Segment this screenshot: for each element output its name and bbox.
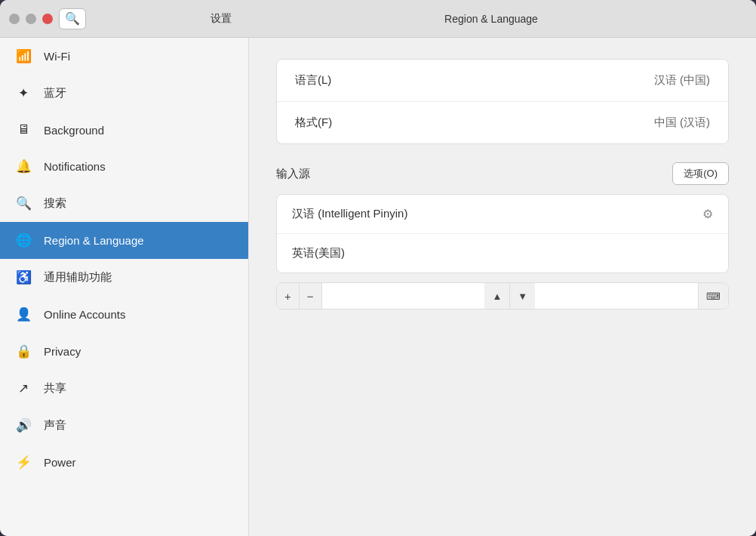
language-row[interactable]: 语言(L) 汉语 (中国) xyxy=(277,60,728,102)
input-source-row-english[interactable]: 英语(美国) xyxy=(277,234,728,273)
sidebar-item-notifications[interactable]: 🔔 Notifications xyxy=(0,148,248,185)
search-button[interactable]: 🔍 xyxy=(59,8,86,29)
background-icon: 🖥 xyxy=(15,122,32,137)
sidebar-item-accessibility[interactable]: ♿ 通用辅助功能 xyxy=(0,259,248,296)
sidebar-item-label: 搜索 xyxy=(44,196,66,211)
remove-input-source-button[interactable]: − xyxy=(300,283,322,309)
input-source-card: 汉语 (Intelligent Pinyin) ⚙ 英语(美国) xyxy=(276,194,729,273)
app-window: 🔍 设置 Region & Language 📶 Wi-Fi ✦ 蓝牙 🖥 Ba… xyxy=(0,0,756,536)
sidebar-item-bluetooth[interactable]: ✦ 蓝牙 xyxy=(0,75,248,112)
accessibility-icon: ♿ xyxy=(15,270,32,285)
sidebar-item-label: Notifications xyxy=(44,160,106,173)
power-icon: ⚡ xyxy=(15,454,32,470)
sidebar-item-region[interactable]: 🌐 Region & Language xyxy=(0,222,248,259)
sidebar-item-power[interactable]: ⚡ Power xyxy=(0,444,248,481)
sidebar-item-search[interactable]: 🔍 搜索 xyxy=(0,185,248,222)
options-button[interactable]: 选项(O) xyxy=(672,162,729,185)
format-value: 中国 (汉语) xyxy=(654,116,710,130)
input-source-title: 输入源 xyxy=(276,167,310,181)
sidebar-item-background[interactable]: 🖥 Background xyxy=(0,112,248,148)
sidebar-item-label: Power xyxy=(44,456,76,469)
move-up-button[interactable]: ▲ xyxy=(484,283,510,309)
sound-icon: 🔊 xyxy=(15,417,32,433)
sidebar-item-online-accounts[interactable]: 👤 Online Accounts xyxy=(0,296,248,333)
bluetooth-icon: ✦ xyxy=(15,85,32,101)
language-format-card: 语言(L) 汉语 (中国) 格式(F) 中国 (汉语) xyxy=(276,59,729,144)
add-input-source-button[interactable]: + xyxy=(277,283,300,309)
sidebar-item-wifi[interactable]: 📶 Wi-Fi xyxy=(0,38,248,75)
sidebar-item-label: 共享 xyxy=(44,381,66,396)
minimize-button[interactable] xyxy=(9,14,20,24)
search-icon: 🔍 xyxy=(65,11,80,26)
format-row[interactable]: 格式(F) 中国 (汉语) xyxy=(277,102,728,143)
sidebar-item-label: Wi-Fi xyxy=(44,50,70,63)
maximize-button[interactable] xyxy=(26,14,36,24)
sidebar: 📶 Wi-Fi ✦ 蓝牙 🖥 Background 🔔 Notification… xyxy=(0,38,249,536)
sidebar-item-label: Background xyxy=(44,124,104,137)
page-title: Region & Language xyxy=(356,13,626,25)
settings-main: 语言(L) 汉语 (中国) 格式(F) 中国 (汉语) 输入源 选项(O) 汉语… xyxy=(249,38,756,536)
titlebar: 🔍 设置 Region & Language xyxy=(0,0,756,38)
gear-icon[interactable]: ⚙ xyxy=(702,207,713,221)
search-nav-icon: 🔍 xyxy=(15,196,32,211)
window-title: 设置 xyxy=(86,12,356,26)
keyboard-icon: ⌨ xyxy=(706,291,721,302)
window-controls xyxy=(9,14,53,24)
close-button[interactable] xyxy=(42,14,53,24)
main-content: 📶 Wi-Fi ✦ 蓝牙 🖥 Background 🔔 Notification… xyxy=(0,38,756,536)
sidebar-item-sharing[interactable]: ↗ 共享 xyxy=(0,370,248,407)
language-value: 汉语 (中国) xyxy=(654,73,710,88)
sidebar-item-label: Online Accounts xyxy=(44,308,125,321)
input-source-name: 汉语 (Intelligent Pinyin) xyxy=(292,207,407,221)
privacy-icon: 🔒 xyxy=(15,343,32,359)
sidebar-item-label: 蓝牙 xyxy=(44,86,66,100)
region-icon: 🌐 xyxy=(15,233,32,248)
input-source-row-pinyin[interactable]: 汉语 (Intelligent Pinyin) ⚙ xyxy=(277,195,728,234)
input-controls-bar: + − ▲ ▼ ⌨ xyxy=(276,282,729,310)
input-source-name: 英语(美国) xyxy=(292,246,345,260)
notifications-icon: 🔔 xyxy=(15,159,32,174)
sidebar-item-label: Region & Language xyxy=(44,234,144,247)
keyboard-settings-button[interactable]: ⌨ xyxy=(698,283,728,309)
sidebar-item-privacy[interactable]: 🔒 Privacy xyxy=(0,333,248,370)
chevron-up-icon: ▲ xyxy=(492,291,502,302)
sidebar-item-sound[interactable]: 🔊 声音 xyxy=(0,407,248,444)
chevron-down-icon: ▼ xyxy=(518,291,527,302)
sidebar-item-label: 声音 xyxy=(44,418,66,433)
sidebar-item-label: Privacy xyxy=(44,345,81,358)
language-label: 语言(L) xyxy=(295,73,331,88)
input-source-header: 输入源 选项(O) xyxy=(276,162,729,185)
sharing-icon: ↗ xyxy=(15,380,32,396)
sidebar-item-label: 通用辅助功能 xyxy=(44,270,112,285)
format-label: 格式(F) xyxy=(295,116,332,130)
online-accounts-icon: 👤 xyxy=(15,307,32,322)
wifi-icon: 📶 xyxy=(15,48,32,64)
move-down-button[interactable]: ▼ xyxy=(510,283,535,309)
